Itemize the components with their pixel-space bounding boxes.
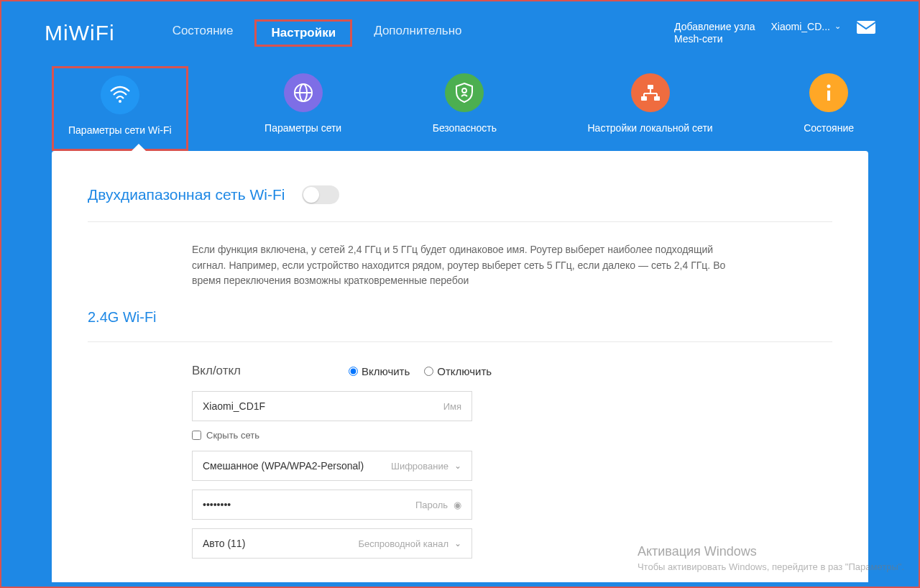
channel-field[interactable]: Авто (11) Беспроводной канал⌄	[192, 528, 472, 559]
dualband-description: Если функция включена, у сетей 2,4 ГГц и…	[88, 222, 735, 309]
main-nav: Состояние Настройки Дополнительно	[158, 19, 477, 47]
settings-panel: Двухдиапазонная сеть Wi-Fi Если функция …	[52, 151, 868, 582]
svg-point-1	[119, 100, 121, 103]
nav-status[interactable]: Состояние	[158, 19, 248, 47]
header: MiWiFi Состояние Настройки Дополнительно…	[1, 1, 919, 52]
subnav-wifi[interactable]: Параметры сети Wi-Fi	[52, 66, 188, 151]
subnav-security-label: Безопасность	[433, 122, 497, 134]
windows-activation-watermark: Активация Windows Чтобы активировать Win…	[638, 543, 904, 574]
password-value: ••••••••	[203, 499, 231, 510]
chevron-down-icon: ⌄	[454, 538, 461, 548]
ssid-field[interactable]: Xiaomi_CD1F Имя	[192, 391, 472, 421]
svg-point-13	[827, 85, 831, 88]
channel-hint: Беспроводной канал	[358, 538, 448, 549]
svg-rect-0	[857, 21, 875, 34]
nav-settings[interactable]: Настройки	[254, 19, 352, 47]
dualband-row: Двухдиапазонная сеть Wi-Fi	[88, 185, 832, 222]
svg-rect-6	[648, 85, 653, 89]
hide-ssid-row[interactable]: Скрыть сеть	[192, 430, 832, 441]
radio-enable-label: Включить	[362, 365, 410, 377]
logo: MiWiFi	[45, 21, 115, 45]
radio-disable-input[interactable]	[424, 367, 433, 376]
svg-rect-8	[654, 96, 660, 101]
onoff-label: Вкл/откл	[192, 364, 328, 378]
radio-disable[interactable]: Отключить	[424, 365, 492, 377]
radio-disable-label: Отключить	[437, 365, 492, 377]
nav-advanced[interactable]: Дополнительно	[359, 19, 476, 47]
ssid-value: Xiaomi_CD1F	[203, 400, 265, 412]
radio-enable[interactable]: Включить	[349, 365, 410, 377]
shield-icon	[445, 73, 484, 112]
subnav-lan-label: Настройки локальной сети	[588, 122, 713, 134]
lan-icon	[631, 73, 670, 112]
dualband-toggle[interactable]	[302, 185, 339, 204]
channel-value: Авто (11)	[203, 538, 245, 549]
watermark-body: Чтобы активировать Windows, перейдите в …	[638, 561, 904, 574]
mail-icon[interactable]	[857, 21, 875, 34]
svg-rect-14	[827, 91, 830, 101]
subnav-network-label: Параметры сети	[264, 122, 341, 134]
hide-ssid-label: Скрыть сеть	[206, 430, 259, 441]
watermark-title: Активация Windows	[638, 543, 904, 561]
add-mesh-node[interactable]: Добавление узла Mesh-сети	[674, 21, 755, 46]
subnav-status[interactable]: Состояние	[789, 66, 868, 151]
chevron-down-icon: ⌄	[834, 22, 841, 31]
device-dropdown[interactable]: Xiaomi_CD... ⌄	[771, 21, 841, 32]
device-name: Xiaomi_CD...	[771, 21, 830, 32]
panel-arrow-icon	[131, 144, 147, 152]
hide-ssid-checkbox[interactable]	[192, 431, 201, 440]
password-hint: Пароль	[415, 500, 448, 510]
wifi24-title: 2.4G Wi-Fi	[88, 309, 832, 342]
info-icon	[809, 73, 848, 112]
svg-point-5	[462, 88, 466, 93]
subnav-wifi-label: Параметры сети Wi-Fi	[68, 124, 172, 136]
eye-icon[interactable]: ◉	[454, 500, 461, 510]
header-right: Добавление узла Mesh-сети Xiaomi_CD... ⌄	[674, 21, 875, 46]
subnav-security[interactable]: Безопасность	[418, 66, 511, 151]
password-field[interactable]: •••••••• Пароль◉	[192, 490, 472, 520]
encryption-hint: Шифрование	[391, 461, 448, 472]
encryption-value: Смешанное (WPA/WPA2-Personal)	[203, 460, 364, 472]
dualband-title: Двухдиапазонная сеть Wi-Fi	[88, 186, 285, 203]
chevron-down-icon: ⌄	[454, 461, 461, 471]
subnav-status-label: Состояние	[804, 122, 854, 134]
encryption-field[interactable]: Смешанное (WPA/WPA2-Personal) Шифрование…	[192, 451, 472, 481]
ssid-hint: Имя	[443, 401, 461, 412]
subnav-network[interactable]: Параметры сети	[250, 66, 356, 151]
settings-subnav: Параметры сети Wi-Fi Параметры сети Безо…	[1, 52, 919, 151]
svg-rect-7	[641, 96, 647, 101]
wifi-icon	[101, 75, 139, 114]
globe-icon	[284, 73, 323, 112]
radio-enable-input[interactable]	[349, 367, 358, 376]
onoff-row: Вкл/откл Включить Отключить	[192, 364, 832, 378]
subnav-lan[interactable]: Настройки локальной сети	[574, 66, 727, 151]
wifi24-form: Вкл/откл Включить Отключить Xiaomi_CD1F …	[88, 364, 832, 559]
